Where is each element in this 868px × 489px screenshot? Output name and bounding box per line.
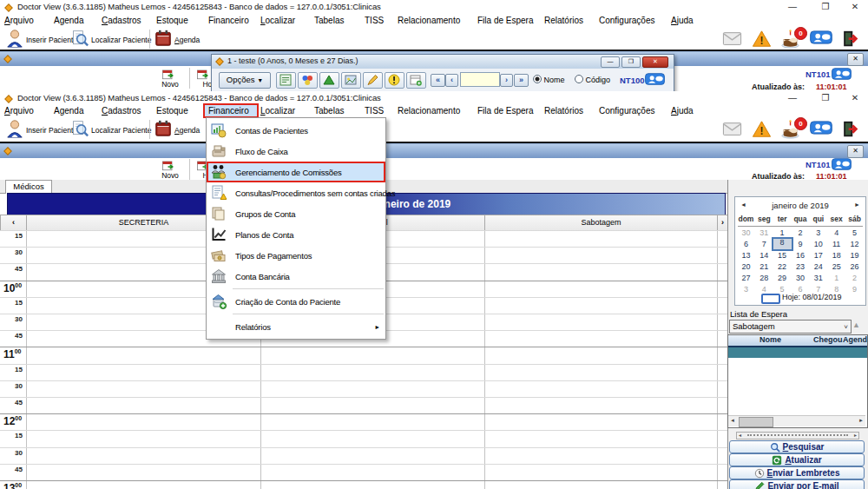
- contacts-icon[interactable]: [832, 67, 852, 81]
- triangle-icon[interactable]: [319, 72, 339, 89]
- screen: Doctor View (3.6.3.1185) Matheus Lemos -…: [0, 0, 868, 489]
- menu-separator: [233, 288, 384, 289]
- nav-last-button[interactable]: »: [514, 74, 529, 87]
- menu-item-grupos-de-conta[interactable]: Grupos de Conta: [207, 203, 385, 224]
- menu-bar: ArquivoAgendaCadastrosEstoqueFinanceiroL…: [0, 16, 868, 29]
- shapes-icon[interactable]: [298, 72, 318, 89]
- close-button[interactable]: ✕: [844, 0, 866, 14]
- agenda-window-icon: [3, 54, 13, 64]
- radio-codigo-label: Código: [586, 76, 611, 84]
- menu-relacionamento[interactable]: Relacionamento: [398, 16, 460, 25]
- menu-item-tipos-de-pagamentos[interactable]: Tipos de Pagamentos: [207, 245, 385, 266]
- submenu-arrow-icon: ►: [374, 324, 385, 330]
- menu-item-label: Grupos de Conta: [235, 209, 295, 219]
- menu-item-label: Tipos de Pagamentos: [235, 251, 312, 261]
- close-agenda-icon[interactable]: ✕: [847, 53, 864, 66]
- menu-separator: [233, 314, 384, 314]
- menu-tabelas[interactable]: Tabelas: [314, 16, 344, 25]
- menu-item-criação-de-conta-do-paciente[interactable]: Criação de Conta do Paciente: [207, 291, 385, 312]
- menu-item-label: Criação de Conta do Paciente: [235, 297, 340, 307]
- exit-icon[interactable]: [840, 30, 860, 49]
- comissoes-icon: [207, 164, 235, 180]
- code-label: NT101: [806, 69, 831, 79]
- banco-icon: [207, 268, 235, 284]
- menu-item-label: Conta Bancária: [235, 272, 290, 281]
- nav-first-button[interactable]: «: [431, 74, 445, 87]
- options-button[interactable]: Opções ▼: [219, 72, 271, 89]
- contacts-icon[interactable]: [810, 30, 832, 45]
- nav-next-button[interactable]: ›: [500, 74, 513, 87]
- photo-icon[interactable]: [341, 72, 361, 89]
- novo-icon: [161, 68, 174, 81]
- menu-agenda[interactable]: Agenda: [54, 16, 83, 25]
- menu-item-contas-de-pacientes[interactable]: Contas de Pacientes: [207, 120, 385, 141]
- maximize-button[interactable]: ❐: [814, 0, 837, 14]
- updated-label: Atualizado às:: [752, 83, 805, 91]
- birthday-badge: 0: [794, 27, 807, 40]
- radio-nome-label: Nome: [544, 76, 565, 84]
- minimize-button[interactable]: —: [781, 0, 804, 14]
- app-icon: [3, 3, 14, 13]
- novo-button[interactable]: Novo: [153, 80, 187, 89]
- patient-window-toolbar: Opções ▼ « ‹ › » Nome Código NT100: [212, 69, 674, 93]
- menu-item-fluxo-de-caixa[interactable]: Fluxo de Caixa: [207, 141, 385, 162]
- hoje-icon: [196, 68, 209, 81]
- contacts-icon[interactable]: [645, 72, 665, 86]
- pagamentos-icon: [207, 248, 235, 263]
- radio-selected-icon: [533, 75, 542, 83]
- menu-fila-de-espera[interactable]: Fila de Espera: [477, 16, 533, 25]
- grupos-icon: [207, 206, 235, 221]
- close-button[interactable]: ✕: [642, 56, 668, 68]
- restore-button[interactable]: ❐: [621, 56, 641, 68]
- chevron-down-icon: ▼: [257, 77, 263, 83]
- divider: [189, 68, 190, 89]
- svg-text:!: !: [760, 35, 764, 47]
- form-icon[interactable]: [276, 72, 296, 89]
- status-icon-bar: !0: [0, 30, 868, 50]
- menu-item-label: Planos de Conta: [235, 230, 293, 240]
- menu-ajuda[interactable]: Ajuda: [671, 16, 694, 25]
- menu-relatórios[interactable]: Relatórios: [544, 16, 583, 25]
- consultas-icon: [207, 185, 235, 201]
- menu-item-label: Relatórios: [235, 322, 271, 332]
- patient-window-title: 1 - teste (0 Anos, 0 Meses e 27 Dias.): [227, 56, 358, 65]
- menu-item-consultas-procedimentos-sem-contas-criadas[interactable]: Consultas/Procedimentos sem contas criad…: [207, 182, 385, 203]
- menu-configurações[interactable]: Configurações: [599, 16, 654, 25]
- financeiro-menu: Contas de PacientesFluxo de CaixaGerenci…: [206, 117, 386, 340]
- menu-item-label: Gerenciamento de Comissões: [235, 168, 342, 177]
- code-label: NT100: [620, 76, 645, 85]
- menu-item-label: Fluxo de Caixa: [235, 147, 288, 156]
- menu-localizar[interactable]: Localizar: [260, 16, 295, 25]
- mail-icon[interactable]: [722, 30, 742, 49]
- options-label: Opções: [227, 75, 255, 84]
- nav-prev-button[interactable]: ‹: [445, 74, 458, 87]
- cal-add-icon[interactable]: [406, 72, 426, 89]
- criacao-icon: [207, 294, 235, 309]
- pencil-icon[interactable]: [363, 72, 383, 89]
- menu-item-relatórios[interactable]: Relatórios►: [207, 316, 385, 337]
- menu-item-label: Contas de Pacientes: [235, 126, 308, 135]
- menu-cadastros[interactable]: Cadastros: [102, 16, 141, 25]
- warning-icon[interactable]: !: [752, 30, 772, 49]
- patient-search-input[interactable]: [460, 72, 500, 87]
- radio-nome[interactable]: Nome: [533, 75, 565, 84]
- alert-icon[interactable]: [385, 72, 404, 89]
- menu-estoque[interactable]: Estoque: [156, 16, 188, 25]
- radio-codigo[interactable]: Código: [575, 75, 610, 84]
- menu-item-gerenciamento-de-comissões[interactable]: Gerenciamento de Comissões: [207, 162, 385, 182]
- menu-financeiro[interactable]: Financeiro: [208, 16, 249, 25]
- patient-window-icon: [214, 56, 225, 67]
- updated-time: 11:01:01: [816, 83, 847, 91]
- menu-item-planos-de-conta[interactable]: Planos de Conta: [207, 224, 385, 245]
- radio-icon: [575, 75, 583, 83]
- contas-icon: [207, 122, 235, 138]
- minimize-button[interactable]: —: [601, 56, 620, 68]
- menu-arquivo[interactable]: Arquivo: [4, 16, 34, 25]
- menu-item-label: Consultas/Procedimentos sem contas criad…: [235, 188, 395, 198]
- patient-window-titlebar[interactable]: 1 - teste (0 Anos, 0 Meses e 27 Dias.) —…: [212, 55, 674, 69]
- planos-icon: [207, 227, 235, 242]
- menu-item-conta-bancária[interactable]: Conta Bancária: [207, 266, 385, 287]
- caixa-icon: [207, 143, 235, 159]
- menu-tiss[interactable]: TISS: [365, 16, 384, 25]
- window-2-bg: [0, 91, 868, 489]
